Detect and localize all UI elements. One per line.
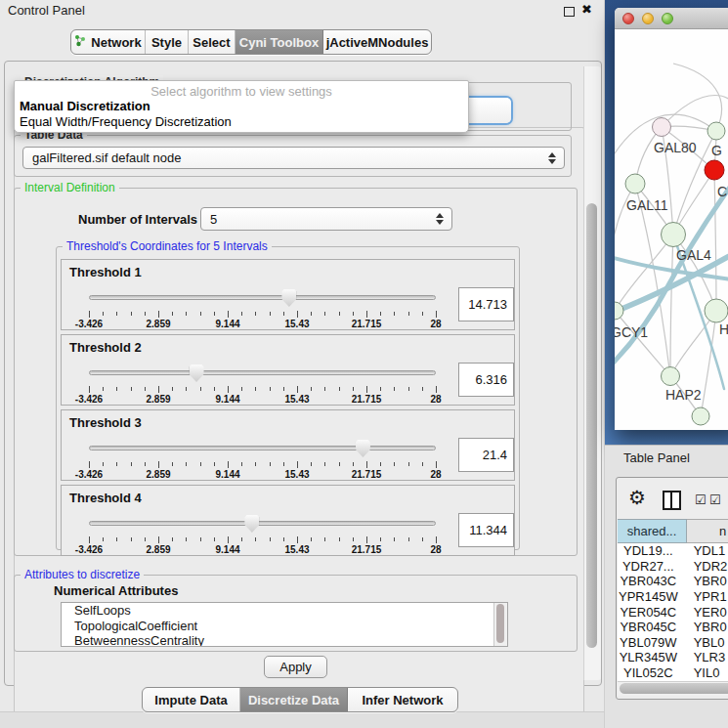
threshold-value-field[interactable] [458, 438, 514, 472]
popup-option-manual-discretization[interactable]: Manual Discretization [20, 99, 150, 113]
tick-mark [89, 461, 90, 468]
slider-track[interactable] [89, 370, 436, 375]
table-panel: ⚙ ☑ ☑ shared... n YDL19...YDL1YDR27...YD… [605, 470, 728, 728]
tick-mark [145, 537, 146, 541]
tick-mark [116, 462, 117, 466]
num-intervals-spinner[interactable]: 5 [200, 207, 452, 231]
threshold-slider[interactable]: -3.4262.8599.14415.4321.71528 [89, 287, 436, 328]
control-panel-titlebar[interactable]: Control Panel ✖ [0, 0, 604, 21]
network-node-hap2[interactable] [662, 367, 680, 386]
slider-thumb[interactable] [244, 515, 259, 533]
attributes-scrollbar-thumb[interactable] [496, 604, 504, 643]
apply-button[interactable]: Apply [264, 656, 327, 678]
checkbox-icon[interactable]: ☑ [709, 493, 721, 506]
tick-mark [297, 536, 298, 543]
network-node-g[interactable] [707, 122, 725, 140]
slider-thumb[interactable] [190, 364, 204, 382]
table-horizontal-scrollbar[interactable] [618, 681, 728, 696]
table-row[interactable]: YDL19...YDL1 [618, 543, 728, 559]
tick-mark [436, 386, 437, 393]
tick-mark [311, 387, 312, 391]
tab-label: Impute Data [154, 693, 227, 707]
threshold-slider[interactable]: -3.4262.8599.14415.4321.71528 [89, 513, 436, 554]
tick-mark [200, 312, 201, 316]
tick-mark [241, 462, 242, 466]
tick-mark [131, 462, 132, 466]
table-row[interactable]: YBR043CYBR0 [618, 574, 728, 589]
network-node-c[interactable] [705, 160, 724, 180]
columns-icon[interactable] [663, 491, 681, 510]
table-data-combo[interactable]: galFiltered.sif default node [22, 147, 565, 169]
slider-thumb[interactable] [356, 440, 370, 457]
slider-ticks [89, 460, 436, 468]
network-node-gal80[interactable] [653, 118, 671, 137]
column-header-name[interactable]: n [687, 519, 728, 543]
table-row[interactable]: YIL052CYIL0 [618, 665, 728, 681]
popup-option-equal-width-frequency[interactable]: Equal Width/Frequency Discretization [20, 114, 232, 129]
threshold-value-field[interactable] [458, 363, 514, 397]
tick-mark [353, 312, 354, 316]
zoom-light[interactable] [662, 13, 673, 24]
table-row[interactable]: YBL079WYBL0 [618, 635, 728, 651]
network-node-h[interactable] [705, 299, 728, 322]
tick-mark [228, 461, 229, 468]
table-row[interactable]: YPR145WYPR1 [618, 589, 728, 605]
table-row[interactable]: YBR045CYBR0 [618, 620, 728, 635]
tab-impute-data[interactable]: Impute Data [143, 688, 240, 711]
attribute-item[interactable]: BetweennessCentrality [62, 633, 507, 647]
slider-thumb[interactable] [281, 289, 296, 307]
tick-mark [103, 462, 104, 466]
slider-track[interactable] [89, 295, 436, 300]
threshold-slider[interactable]: -3.4262.8599.14415.4321.71528 [89, 363, 436, 404]
panel-vertical-scrollbar[interactable] [583, 66, 601, 680]
cell-shared-name: YIL052C [618, 665, 679, 680]
tab-jactivemnodules[interactable]: jActiveMNodules [323, 30, 431, 54]
tick-mark [186, 537, 187, 541]
tab-style[interactable]: Style [146, 30, 189, 54]
network-window-titlebar[interactable] [615, 8, 728, 29]
table-row[interactable]: YDR27...YDR2 [618, 559, 728, 575]
tick-mark [324, 387, 325, 391]
tab-cyni-toolbox[interactable]: Cyni Toolbox [236, 30, 323, 54]
table-row[interactable]: YLR345WYLR3 [618, 650, 728, 665]
table-scrollbar-thumb[interactable] [620, 683, 728, 694]
network-node-gal11[interactable] [625, 174, 645, 193]
minimize-light[interactable] [642, 13, 654, 24]
threshold-value-field[interactable] [458, 287, 514, 321]
column-header-shared[interactable]: shared... [618, 519, 687, 543]
threshold-panel: Threshold 2 -3.4262.8599.14415.4321.7152… [61, 334, 515, 406]
bottom-tab-bar: Impute DataDiscretize DataInfer Network [142, 687, 458, 712]
network-node-gal4[interactable] [662, 223, 686, 247]
control-panel: Control Panel ✖ NetworkStyleSelectCyni T… [0, 0, 605, 728]
attribute-item[interactable]: TopologicalCoefficient [62, 619, 507, 634]
checkbox-icon[interactable]: ☑ [695, 493, 707, 506]
tab-infer-network[interactable]: Infer Network [348, 688, 457, 711]
tick-mark [158, 386, 159, 393]
close-light[interactable] [622, 13, 634, 24]
network-canvas[interactable]: GAL80GCGAL11GAL4GCY1HHAP2 [615, 29, 728, 430]
tick-mark [89, 386, 90, 393]
slider-track[interactable] [89, 446, 436, 450]
slider-track[interactable] [89, 521, 436, 526]
tick-mark [353, 462, 354, 466]
tick-mark [270, 312, 271, 316]
attributes-list-scrollbar[interactable] [493, 603, 507, 646]
close-icon[interactable]: ✖ [581, 2, 592, 17]
attribute-item[interactable]: SelfLoops [62, 603, 507, 619]
tab-discretize-data[interactable]: Discretize Data [240, 688, 348, 711]
node-label: C [717, 184, 727, 199]
threshold-value-field[interactable] [458, 513, 514, 547]
float-icon[interactable] [564, 7, 575, 17]
network-node-gcy1[interactable] [615, 302, 623, 320]
attributes-list[interactable]: SelfLoopsTopologicalCoefficientBetweenne… [61, 602, 508, 647]
threshold-slider[interactable]: -3.4262.8599.14415.4321.71528 [89, 438, 436, 479]
tab-network[interactable]: Network [71, 30, 146, 54]
cell-name: YBR0 [679, 574, 728, 588]
cell-name: YPR1 [679, 589, 728, 604]
table-row[interactable]: YER054CYER0 [618, 604, 728, 620]
tab-label: Select [193, 35, 230, 50]
gear-icon[interactable]: ⚙ [628, 488, 646, 507]
network-node[interactable] [692, 407, 709, 425]
tab-select[interactable]: Select [189, 30, 236, 54]
panel-scrollbar-thumb[interactable] [586, 203, 597, 648]
